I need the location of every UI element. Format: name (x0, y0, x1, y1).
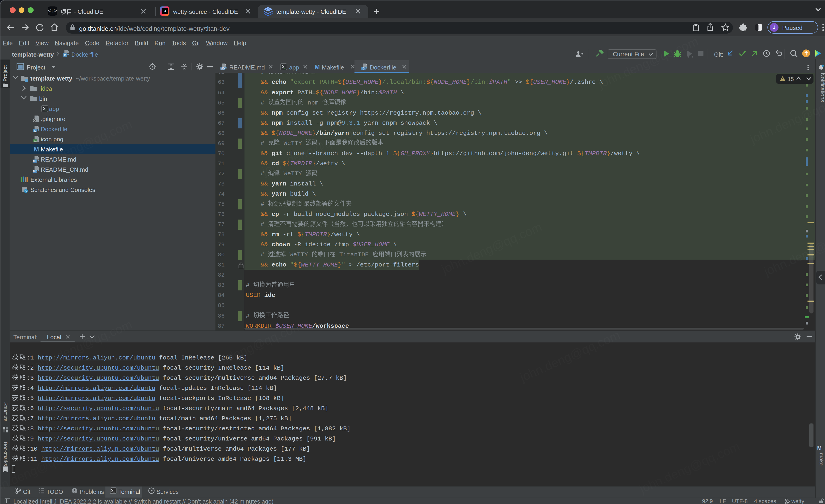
svg-text:D: D (64, 54, 66, 57)
svg-text:M: M (315, 64, 320, 70)
svg-text:D: D (363, 67, 365, 70)
svg-text:MD: MD (220, 67, 225, 70)
svg-text:D: D (34, 129, 36, 132)
svg-text:M: M (33, 146, 39, 153)
